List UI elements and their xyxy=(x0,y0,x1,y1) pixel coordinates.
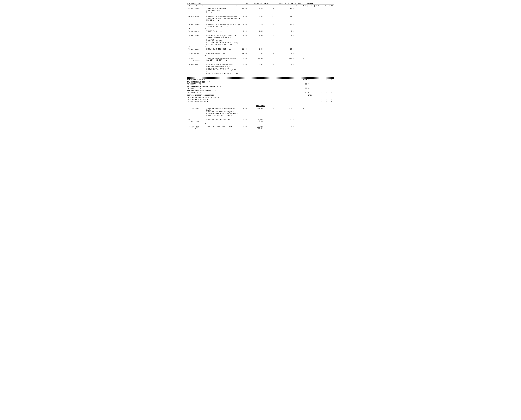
col-sep7: | xyxy=(291,5,292,7)
col-7-header: 1 5 xyxy=(286,5,291,7)
doc-id: Т.П. ВО2-5-7В.ВВ xyxy=(187,3,201,4)
row-col13: • xyxy=(205,116,210,118)
page: Т.П. ВО2-5-7В.ВВ -66- КОМПЛЕКС 24/12 ОБЪ… xyxy=(187,2,334,131)
row-desc: ПЕРЕКЛЮЧАТЕЛИ УНИВЕРСАЛЬНЫЕ НА 4 СЕКЦИИУ… xyxy=(205,24,241,28)
row-code: Н-РА ЛУЦКОГОШКАФ xyxy=(191,58,203,61)
transport-value: 50,07 xyxy=(300,83,309,85)
kompl-range: ПО ПУНКТАМ 48-76 xyxy=(187,92,224,93)
row-coef: • xyxy=(272,30,276,32)
row-col9: – xyxy=(301,108,306,110)
row-num: 73 xyxy=(187,48,191,50)
row-code: 1504-06233 xyxy=(191,16,203,18)
row-total: 15,40 xyxy=(286,16,295,18)
norm1-label: НОРМАТИВНАЯ УСЛОВНО-ЧИСТАЯ ПРОДУКЦИЯ xyxy=(187,97,219,98)
row-qty: 12,000 xyxy=(241,53,248,55)
col-2-header: 2 xyxy=(192,5,200,7)
table-row: 76 1504-01011 ВЫКЛЮЧАТЕЛЬ АВТОМАТИЧЕСКИ … xyxy=(187,64,334,76)
row-num: 79 xyxy=(187,126,191,128)
row-desc: КЛЕМНЫЙ НАБОР Б324-4П25 ШТ xyxy=(205,48,241,50)
row-coef: • xyxy=(272,24,276,26)
col-sep6: | xyxy=(284,5,286,7)
transport-range-row: ПО ПУНКТАМ 48-76 50,07 • • • • • xyxy=(187,83,334,85)
row-qty: 1,000 xyxy=(241,126,248,128)
col-3-header: 1 xyxy=(202,5,204,7)
row-col13: • xyxy=(205,32,210,34)
row-col13: • xyxy=(205,129,210,131)
col-sep8: | xyxy=(300,5,301,7)
row-price: 1,25 xyxy=(256,8,263,10)
row-col11: • xyxy=(191,75,196,76)
summary-section: ИТОГО ПРЯМЫЕ ЗАТРАТЫ: 1668,78 • • • • • … xyxy=(187,77,334,103)
norm2-label: НОРМАТИВНАЯ ТРУДОЕМКОСТЬ xyxy=(187,99,208,100)
row-desc: ЗАВОДСКОЙ МОНТАЖ ШТ xyxy=(205,53,241,55)
row-col13: • xyxy=(205,50,210,52)
row-price: 277,00 xyxy=(256,108,263,110)
col-5-header: 1 xyxy=(270,5,276,7)
row-col11: • xyxy=(191,61,196,63)
row-total: 4,00 xyxy=(286,35,295,37)
col-sep9: | xyxy=(307,5,308,7)
row-code: С151-2282 xyxy=(191,108,203,109)
row-price: 741,00 xyxy=(256,58,263,60)
row-col11: • xyxy=(191,116,196,118)
row-col9: – xyxy=(301,24,306,26)
row-num: 78 xyxy=(187,119,191,121)
row-desc: ПЕРЕКЛЮЧАТЕЛЬ УНИВЕРСАЛЬНЫЙ ПАКЕТНО-КУЛА… xyxy=(205,16,241,21)
col-10-header: 1 8 xyxy=(308,5,314,7)
row-code: С151-1253К1= 1,200 xyxy=(191,119,203,122)
row-col11: • xyxy=(191,129,196,131)
table-row: 70 1517-1446-1 ПЕРЕКЛЮЧАТЕЛИ УНИВЕРСАЛЬН… xyxy=(187,24,334,30)
row-code: 1504-19006 xyxy=(191,48,203,50)
row-spacer xyxy=(203,35,204,35)
row-col13: • xyxy=(205,45,210,47)
col-sep2: | xyxy=(200,5,202,7)
row-code: 1504-01011 xyxy=(191,64,203,66)
row-spacer xyxy=(203,30,204,30)
transport-row: ТРАНСПОРТНЫЕ РАСХОДЫ 3,0 % xyxy=(187,81,334,83)
transport-range: ПО ПУНКТАМ 48-76 xyxy=(187,83,224,85)
row-col13: • xyxy=(205,61,210,63)
table-row: 75 Н-РА ЛУЦКОГОШКАФ УПРАВЛЕНИЯ ВЕНТИЛЯЦИ… xyxy=(187,58,334,63)
row-col9: – xyxy=(301,126,306,128)
col-12-header: 1 10 xyxy=(322,5,327,7)
row-price: 2,50 xyxy=(256,24,263,26)
table-row: 79 С151-1256К1= 1,200 ТО ЖЕ СЕЧ 3*16+1*1… xyxy=(187,126,334,131)
norm1-row: НОРМАТИВНАЯ УСЛОВНО-ЧИСТАЯ ПРОДУКЦИЯ • •… xyxy=(187,97,334,98)
vsego-label: ВСЕГО ПО РАЗДЕЛУ ОБОРУДОВАНИЕ xyxy=(187,94,224,96)
col-9-header: 1 7 xyxy=(301,5,307,7)
row-coef: • xyxy=(272,48,276,50)
col-sep3: | xyxy=(204,5,205,7)
row-coef: • xyxy=(272,119,276,121)
table-row: 73 1504-19006 КЛЕМНЫЙ НАБОР Б324-4П25 ШТ… xyxy=(187,48,334,52)
row-col11: • xyxy=(191,28,196,30)
row-code: С151-1256К1= 1,200 xyxy=(191,126,203,129)
col-4-header: 3 xyxy=(205,5,268,7)
itogo-label: ИТОГО ПРЯМЫЕ ЗАТРАТЫ: xyxy=(187,79,214,81)
row-desc: КАБЕЛЬ АВВГ СЕЧ 3*4+1*2,5ММ2 1000 М xyxy=(205,119,241,121)
row-col13: • xyxy=(205,21,210,23)
row-total: 10,00 xyxy=(286,24,295,26)
row-qty: 0,560 xyxy=(241,108,248,110)
table-row: 74 1517П1-495 ЗАВОДСКОЙ МОНТАЖ ШТ 12,000… xyxy=(187,53,334,57)
row-total: 3,00 xyxy=(286,53,295,55)
vsego-row: ВСЕГО ПО РАЗДЕЛУ ОБОРУДОВАНИЕ 1756,17 • … xyxy=(187,94,334,96)
row-price: 1,65 xyxy=(256,30,263,32)
row-col11: • xyxy=(191,13,196,15)
itogo-row: ИТОГО ПРЯМЫЕ ЗАТРАТЫ: 1668,78 • • • • • xyxy=(187,79,334,81)
row-qty: 4,000 xyxy=(241,35,248,37)
row-col9: – xyxy=(301,64,306,66)
col-1-header: 1 1 xyxy=(187,5,191,7)
table-row: 69 1504-06233 ПЕРЕКЛЮЧАТЕЛЬ УНИВЕРСАЛЬНЫ… xyxy=(187,16,334,23)
row-qty: 1,000 xyxy=(241,58,248,60)
row-code: 1517-1444-1 xyxy=(191,8,203,10)
norm3-row: СМЕТНАЯ ЗАРАБОТНАЯ ПЛАТА • • • • • • xyxy=(187,101,334,102)
row-coef: • xyxy=(272,35,276,37)
kompl-row: КОМПЛЕКТОВАНИЕ ОБОРУДОВАНИЯ 1,0 % xyxy=(187,90,334,91)
col-sep12: | xyxy=(327,5,329,7)
row-total: 3,95 xyxy=(286,64,295,66)
row-desc: КАБЕЛИ КОНТРОЛЬНЫЕ С АЛЮМИНИЕВЫМИ ЖИЛАМИ… xyxy=(205,108,241,116)
row-qty: 24,000 xyxy=(241,8,248,10)
column-headers: 1 1 | 2 | 1 | 3 | 1 | 4 | 1 5 | 1 6 | 1 … xyxy=(187,5,334,7)
row-desc: ВЫКЛЮЧАТЕЛЬ АВТОМАТИЧЕСКИ ЧИСЛОПОЛЮСОВ-3… xyxy=(205,64,241,75)
row-spacer xyxy=(203,48,204,48)
